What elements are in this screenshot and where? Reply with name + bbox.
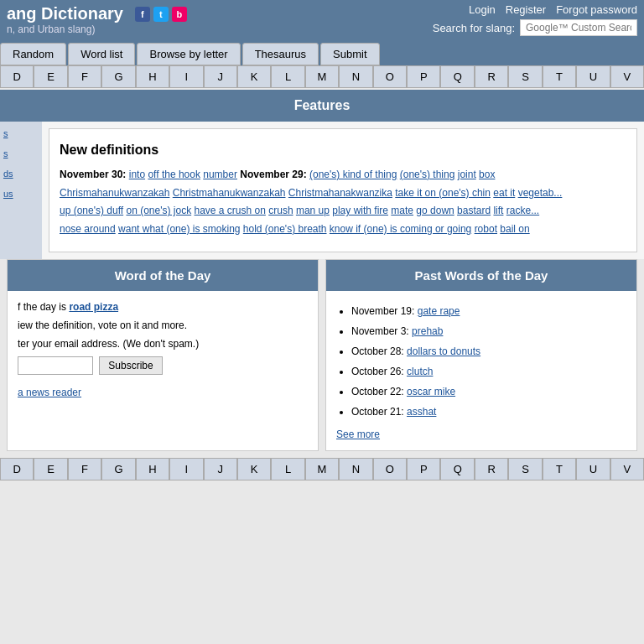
facebook-icon[interactable]: f <box>135 7 150 22</box>
search-input[interactable] <box>520 19 637 36</box>
letter-l[interactable]: L <box>271 458 304 480</box>
past-word-item-4: October 22: oscar mike <box>351 382 626 402</box>
word-on-ones-jock[interactable]: on (one's) jock <box>126 205 191 216</box>
letter-e[interactable]: E <box>34 65 67 88</box>
word-box[interactable]: box <box>479 169 495 180</box>
wod-word-link[interactable]: road pizza <box>69 301 118 313</box>
submit-button[interactable]: Submit <box>320 43 379 65</box>
word-want-what-smoking[interactable]: want what (one) is smoking <box>118 223 240 235</box>
word-off-the-hook[interactable]: off the hook <box>148 169 200 180</box>
word-up-ones-duff[interactable]: up (one's) duff <box>60 205 123 216</box>
letter-o[interactable]: O <box>373 65 407 88</box>
letter-d[interactable]: D <box>0 65 34 88</box>
word-hold-ones-breath[interactable]: hold (one's) breath <box>243 223 327 235</box>
letter-f[interactable]: F <box>68 65 101 88</box>
word-chrismahanukwanzakah[interactable]: Chrismahanukwanzakah <box>60 187 169 199</box>
word-crush[interactable]: crush <box>268 205 293 216</box>
word-know-if-coming-or-going[interactable]: know if (one) is coming or going <box>330 223 471 235</box>
word-christmahanakwanzika[interactable]: Christmahanakwanzika <box>288 187 392 199</box>
word-have-a-crush-on[interactable]: have a crush on <box>194 205 265 216</box>
word-christmahanukwanzakah[interactable]: Christmahanukwanzakah <box>173 187 286 199</box>
word-mate[interactable]: mate <box>391 205 413 216</box>
letter-p[interactable]: P <box>407 458 440 480</box>
letter-p[interactable]: P <box>407 65 440 88</box>
word-lift[interactable]: lift <box>493 205 503 216</box>
letter-h[interactable]: H <box>136 65 169 88</box>
word-bastard[interactable]: bastard <box>457 205 491 216</box>
subscribe-button[interactable]: Subscribe <box>99 356 162 375</box>
twitter-icon[interactable]: t <box>153 7 169 22</box>
letter-s[interactable]: S <box>508 65 542 88</box>
word-play-with-fire[interactable]: play with fire <box>332 205 388 216</box>
letter-k[interactable]: K <box>237 65 271 88</box>
letter-e[interactable]: E <box>34 458 67 480</box>
forgot-password-link[interactable]: Forgot password <box>556 3 637 16</box>
letter-r[interactable]: R <box>475 458 508 480</box>
word-go-down[interactable]: go down <box>416 205 454 216</box>
word-joint[interactable]: joint <box>458 169 476 180</box>
word-take-it-on-chin[interactable]: take it on (one's) chin <box>395 187 491 199</box>
login-link[interactable]: Login <box>469 3 496 16</box>
letter-m[interactable]: M <box>305 458 339 480</box>
letter-q[interactable]: Q <box>440 65 474 88</box>
pw-header: Past Words of the Day <box>326 260 636 291</box>
letter-f[interactable]: F <box>68 458 101 480</box>
rss-link[interactable]: a news reader <box>18 387 81 398</box>
blog-icon[interactable]: b <box>172 7 187 22</box>
wod-intro-text: f the day is road pizza <box>18 301 308 313</box>
letter-g[interactable]: G <box>101 65 135 88</box>
word-list-button[interactable]: Word list <box>68 43 135 65</box>
letter-o[interactable]: O <box>373 458 407 480</box>
letter-i[interactable]: I <box>169 458 203 480</box>
register-link[interactable]: Register <box>506 3 546 16</box>
word-into[interactable]: into <box>129 169 145 180</box>
thesaurus-button[interactable]: Thesaurus <box>242 43 319 65</box>
letter-d[interactable]: D <box>0 458 34 480</box>
letter-n[interactable]: N <box>339 65 372 88</box>
sidebar-link-us[interactable]: us <box>3 189 39 199</box>
letter-t[interactable]: T <box>543 65 576 88</box>
letter-m[interactable]: M <box>305 65 339 88</box>
word-racke[interactable]: racke... <box>506 205 539 216</box>
past-word-link-0[interactable]: gate rape <box>418 305 460 317</box>
word-robot[interactable]: robot <box>475 223 497 235</box>
letter-u[interactable]: U <box>576 458 610 480</box>
word-ones-thing[interactable]: (one's) thing <box>400 169 455 180</box>
past-word-link-3[interactable]: clutch <box>407 366 433 377</box>
letter-j[interactable]: J <box>204 65 237 88</box>
sidebar-link-s1[interactable]: s <box>3 128 39 138</box>
past-word-item-0: November 19: gate rape <box>351 301 626 321</box>
word-nose-around[interactable]: nose around <box>60 223 116 235</box>
letter-g[interactable]: G <box>101 458 135 480</box>
letter-j[interactable]: J <box>204 458 237 480</box>
letter-r[interactable]: R <box>475 65 508 88</box>
letter-l[interactable]: L <box>271 65 304 88</box>
letter-h[interactable]: H <box>136 458 169 480</box>
word-man-up[interactable]: man up <box>296 205 330 216</box>
letter-i[interactable]: I <box>169 65 203 88</box>
letter-u[interactable]: U <box>576 65 610 88</box>
past-word-link-5[interactable]: asshat <box>407 406 436 418</box>
past-word-link-4[interactable]: oscar mike <box>407 386 455 397</box>
word-eat-it[interactable]: eat it <box>493 187 515 199</box>
sidebar-link-s2[interactable]: s <box>3 148 39 158</box>
letter-s[interactable]: S <box>508 458 542 480</box>
random-button[interactable]: Random <box>0 43 66 65</box>
letter-v[interactable]: V <box>610 458 644 480</box>
past-word-link-2[interactable]: dollars to donuts <box>407 345 480 357</box>
word-number[interactable]: number <box>203 169 237 180</box>
past-word-date-4: October 22: <box>351 386 404 397</box>
letter-n[interactable]: N <box>339 458 372 480</box>
word-bail-on[interactable]: bail on <box>500 223 529 235</box>
past-word-link-1[interactable]: prehab <box>412 325 443 337</box>
browse-by-letter-button[interactable]: Browse by letter <box>137 43 240 65</box>
letter-q[interactable]: Q <box>440 458 474 480</box>
letter-t[interactable]: T <box>543 458 576 480</box>
see-more-link[interactable]: See more <box>336 428 626 440</box>
word-vegetab[interactable]: vegetab... <box>518 187 563 199</box>
letter-k[interactable]: K <box>237 458 271 480</box>
letter-v[interactable]: V <box>610 65 644 88</box>
wod-email-input[interactable] <box>18 356 93 375</box>
word-ones-kind-of-thing[interactable]: (one's) kind of thing <box>309 169 397 180</box>
sidebar-link-ds[interactable]: ds <box>3 169 39 179</box>
